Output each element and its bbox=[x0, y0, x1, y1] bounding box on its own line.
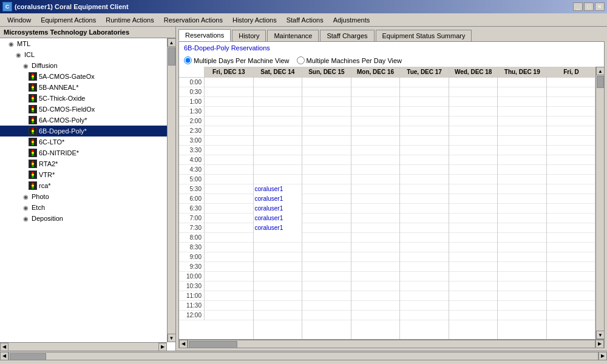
tree-item-6d[interactable]: 6D-NITRIDE* bbox=[0, 147, 167, 158]
grid-cell bbox=[547, 155, 595, 165]
grid-cell bbox=[400, 78, 449, 87]
grid-cell bbox=[302, 146, 351, 155]
scroll-left-btn[interactable]: ◀ bbox=[0, 343, 8, 351]
minimize-button[interactable]: _ bbox=[573, 2, 583, 11]
day-column bbox=[449, 78, 498, 339]
grid-cell bbox=[351, 116, 400, 126]
tree-item-diffusion[interactable]: ◉Diffusion bbox=[0, 60, 167, 71]
grid-cell bbox=[254, 272, 302, 281]
tab-reservations[interactable]: Reservations bbox=[178, 29, 231, 41]
radio-multi-day[interactable]: Multiple Days Per Machine View bbox=[184, 56, 290, 64]
tree-item-rta2[interactable]: RTA2* bbox=[0, 158, 167, 169]
menu-bar: Window Equipment Actions Runtime Actions… bbox=[0, 13, 607, 27]
day-column bbox=[351, 78, 401, 339]
grid-cell bbox=[205, 136, 253, 146]
grid-cell bbox=[449, 301, 498, 311]
tree-item-mtl[interactable]: ◉MTL bbox=[0, 38, 167, 49]
menu-adjustments[interactable]: Adjustments bbox=[328, 15, 375, 25]
grid-cell bbox=[302, 252, 351, 262]
reservation-entry[interactable]: coraluser1 bbox=[254, 184, 302, 194]
tree-item-etch[interactable]: ◉Etch bbox=[0, 202, 167, 213]
tab-content: 6B-Doped-Poly Reservations Multiple Days… bbox=[178, 41, 605, 348]
tab-history[interactable]: History bbox=[232, 30, 266, 41]
node-icon: ◉ bbox=[6, 39, 16, 49]
tree-item-deposition[interactable]: ◉Deposition bbox=[0, 213, 167, 224]
tree-item-rca[interactable]: rca* bbox=[0, 180, 167, 191]
menu-history-actions[interactable]: History Actions bbox=[228, 15, 282, 25]
close-button[interactable]: ✕ bbox=[595, 2, 605, 11]
scroll-track bbox=[168, 47, 176, 334]
grid-cell bbox=[302, 243, 351, 252]
grid-cell bbox=[400, 243, 449, 252]
tree-item-5d[interactable]: 5D-CMOS-FieldOx bbox=[0, 104, 167, 115]
reservation-entry[interactable]: coraluser1 bbox=[254, 204, 302, 214]
menu-window[interactable]: Window bbox=[2, 15, 36, 25]
scroll-up-btn[interactable]: ▲ bbox=[168, 38, 176, 47]
menu-equipment-actions[interactable]: Equipment Actions bbox=[36, 15, 101, 25]
grid-cell bbox=[498, 165, 546, 175]
tree-item-6a[interactable]: 6A-CMOS-Poly* bbox=[0, 115, 167, 126]
tree-item-6b[interactable]: 6B-Doped-Poly* bbox=[0, 126, 167, 136]
window-hscroll[interactable]: ◀ ▶ bbox=[0, 352, 607, 360]
tree-item-label: MTL bbox=[17, 40, 30, 47]
node-icon: ◉ bbox=[21, 192, 30, 201]
rv-down-btn[interactable]: ▼ bbox=[596, 331, 604, 339]
grid-cell bbox=[254, 262, 302, 272]
time-cell: 5:00 bbox=[179, 175, 205, 184]
tree-item-label: 6C-LTO* bbox=[39, 138, 64, 146]
left-vscroll[interactable]: ▲ ▼ bbox=[167, 38, 175, 342]
time-cell: 0:30 bbox=[179, 87, 205, 97]
radio-multi-machine[interactable]: Multiple Machines Per Day View bbox=[297, 56, 402, 64]
radio-multi-machine-input[interactable] bbox=[297, 56, 305, 64]
scroll-thumb[interactable] bbox=[168, 47, 175, 66]
rv-thumb[interactable] bbox=[597, 76, 604, 88]
grid-cell bbox=[547, 214, 595, 223]
scroll-right-btn[interactable]: ▶ bbox=[158, 343, 167, 351]
radio-multi-day-input[interactable] bbox=[184, 56, 192, 64]
time-cell: 1:30 bbox=[179, 107, 205, 116]
wh-thumb[interactable] bbox=[10, 353, 46, 360]
reservation-entry[interactable]: coraluser1 bbox=[254, 214, 302, 223]
bh-right-btn[interactable]: ▶ bbox=[595, 340, 604, 348]
maximize-button[interactable]: □ bbox=[584, 2, 594, 11]
grid-cell bbox=[400, 87, 449, 97]
menu-runtime-actions[interactable]: Runtime Actions bbox=[101, 15, 158, 25]
reservation-entry[interactable]: coraluser1 bbox=[254, 223, 302, 233]
day-header: Fri, D bbox=[547, 67, 595, 77]
time-cell: 11:00 bbox=[179, 291, 205, 301]
right-vscroll[interactable]: ▲ ▼ bbox=[595, 67, 604, 339]
tree-item-icl[interactable]: ◉ICL bbox=[0, 49, 167, 60]
grid-cell: coraluser1 bbox=[254, 194, 302, 204]
rv-up-btn[interactable]: ▲ bbox=[596, 67, 604, 75]
grid-cell bbox=[547, 97, 595, 107]
menu-staff-actions[interactable]: Staff Actions bbox=[282, 15, 328, 25]
wh-left-btn[interactable]: ◀ bbox=[0, 352, 8, 360]
tree-item-6c[interactable]: 6C-LTO* bbox=[0, 136, 167, 147]
tree-item-5a[interactable]: 5A-CMOS-GateOx bbox=[0, 71, 167, 82]
grid-cell bbox=[302, 97, 351, 107]
grid-cell bbox=[351, 78, 400, 87]
grid-cell bbox=[449, 175, 498, 184]
scroll-down-btn[interactable]: ▼ bbox=[168, 334, 176, 342]
grid-cell bbox=[302, 194, 351, 204]
tab-staff-charges[interactable]: Staff Charges bbox=[320, 30, 374, 41]
bh-left-btn[interactable]: ◀ bbox=[179, 340, 188, 348]
content-header: 6B-Doped-Poly Reservations bbox=[179, 42, 604, 54]
bh-thumb[interactable] bbox=[189, 341, 237, 348]
tree-item-photo[interactable]: ◉Photo bbox=[0, 191, 167, 202]
wh-right-btn[interactable]: ▶ bbox=[599, 352, 607, 360]
grid-cell bbox=[547, 204, 595, 214]
reservation-entry[interactable]: coraluser1 bbox=[254, 194, 302, 204]
grid-cell bbox=[302, 214, 351, 223]
grid-cell bbox=[205, 126, 253, 136]
tree-item-vtr[interactable]: VTR* bbox=[0, 169, 167, 180]
menu-reservation-actions[interactable]: Reservation Actions bbox=[159, 15, 228, 25]
tree-item-5c[interactable]: 5C-Thick-Oxide bbox=[0, 93, 167, 104]
grid-cell bbox=[547, 78, 595, 87]
grid-cell bbox=[547, 243, 595, 252]
bottom-hscroll[interactable]: ◀ ▶ bbox=[179, 339, 604, 348]
tab-equipment-status[interactable]: Equipment Status Summary bbox=[376, 30, 472, 41]
left-hscroll[interactable]: ◀ ▶ bbox=[0, 342, 167, 351]
tab-maintenance[interactable]: Maintenance bbox=[267, 30, 319, 41]
tree-item-5b[interactable]: 5B-ANNEAL* bbox=[0, 82, 167, 93]
